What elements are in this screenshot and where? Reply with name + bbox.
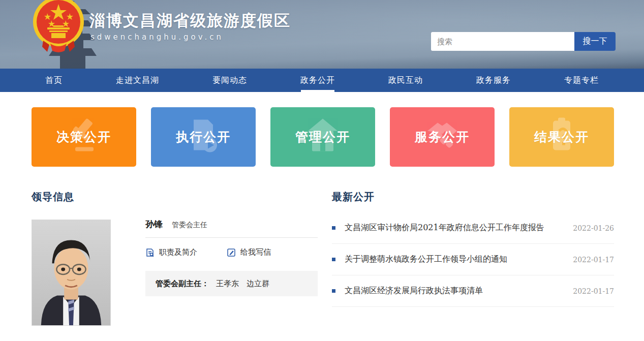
quick-link-label: 决策公开 <box>56 129 111 145</box>
leader-profile-link-label: 职责及简介 <box>159 247 197 257</box>
search-input[interactable] <box>431 32 574 51</box>
leader-profile-link[interactable]: 职责及简介 <box>145 247 197 257</box>
news-item-title: 文昌湖区经济发展局行政执法事项清单 <box>345 286 563 296</box>
nav-item-interaction[interactable]: 政民互动 <box>386 69 425 92</box>
nav-item-services[interactable]: 政务服务 <box>474 69 513 92</box>
search-bar: 搜一下 <box>431 32 616 51</box>
news-item-date: 2022-01-17 <box>573 287 614 295</box>
quick-link-label: 执行公开 <box>176 129 231 145</box>
search-button[interactable]: 搜一下 <box>574 32 616 51</box>
deputy-label: 管委会副主任： <box>156 279 209 289</box>
square-bullet-icon <box>332 289 335 293</box>
quick-link-decision-disclosure[interactable]: 决策公开 <box>32 107 136 167</box>
news-item[interactable]: 文昌湖区审计物价局2021年政府信息公开工作年度报告 2022-01-26 <box>332 212 614 244</box>
news-item-title: 文昌湖区审计物价局2021年政府信息公开工作年度报告 <box>345 223 563 233</box>
nav-item-special-topics[interactable]: 专题专栏 <box>562 69 601 92</box>
nav-item-news[interactable]: 要闻动态 <box>210 69 249 92</box>
leader-name: 孙锋 <box>145 219 163 230</box>
write-to-me-link[interactable]: 给我写信 <box>227 247 271 257</box>
news-section-title: 最新公开 <box>332 190 375 204</box>
leader-links-row: 职责及简介 给我写信 <box>145 247 318 257</box>
nav-item-gov-disclosure[interactable]: 政务公开 <box>298 69 337 92</box>
quick-link-label: 结果公开 <box>534 129 589 145</box>
quick-link-service-disclosure[interactable]: 服务公开 <box>390 107 495 167</box>
site-domain: sdwenchanghu.gov.cn <box>90 33 224 42</box>
main-navigation: 首页 走进文昌湖 要闻动态 政务公开 政民互动 政务服务 专题专栏 <box>0 69 644 92</box>
write-to-me-link-label: 给我写信 <box>240 247 271 257</box>
site-header: 淄博文昌湖省级旅游度假区 sdwenchanghu.gov.cn 搜一下 <box>0 0 644 69</box>
divider <box>145 237 318 238</box>
square-bullet-icon <box>332 258 335 261</box>
site-title: 淄博文昌湖省级旅游度假区 <box>89 10 291 32</box>
news-item[interactable]: 关于调整萌水镇政务公开工作领导小组的通知 2022-01-17 <box>332 244 614 275</box>
quick-link-label: 服务公开 <box>415 129 470 145</box>
document-search-icon <box>145 248 155 257</box>
deputy-directors-box: 管委会副主任： 王孝东 边立群 <box>145 271 318 296</box>
deputy-names: 王孝东 边立群 <box>216 279 269 289</box>
quick-links-row: 决策公开 执行公开 管理公开 <box>32 107 614 167</box>
quick-link-execution-disclosure[interactable]: 执行公开 <box>151 107 256 167</box>
latest-disclosure-list: 文昌湖区审计物价局2021年政府信息公开工作年度报告 2022-01-26 关于… <box>332 212 614 307</box>
leader-portrait-photo <box>32 220 111 326</box>
news-item-title: 关于调整萌水镇政务公开工作领导小组的通知 <box>345 254 563 265</box>
square-bullet-icon <box>332 226 335 230</box>
quick-link-result-disclosure[interactable]: 结果公开 <box>509 107 614 167</box>
nav-item-about[interactable]: 走进文昌湖 <box>114 69 161 92</box>
news-item-date: 2022-01-26 <box>573 224 614 232</box>
news-item[interactable]: 文昌湖区经济发展局行政执法事项清单 2022-01-17 <box>332 275 614 307</box>
leader-section-title: 领导信息 <box>32 190 74 204</box>
quick-link-management-disclosure[interactable]: 管理公开 <box>270 107 375 167</box>
leader-info-panel: 孙锋 管委会主任 职责及简介 <box>145 219 318 296</box>
leader-position: 管委会主任 <box>172 221 207 230</box>
quick-link-label: 管理公开 <box>295 129 350 145</box>
news-item-date: 2022-01-17 <box>573 256 614 264</box>
leader-name-row: 孙锋 管委会主任 <box>145 219 318 230</box>
page: 淄博文昌湖省级旅游度假区 sdwenchanghu.gov.cn 搜一下 首页 … <box>0 0 644 341</box>
nav-item-home[interactable]: 首页 <box>43 69 65 92</box>
pen-edit-icon <box>227 248 236 257</box>
national-emblem-logo <box>32 0 85 54</box>
